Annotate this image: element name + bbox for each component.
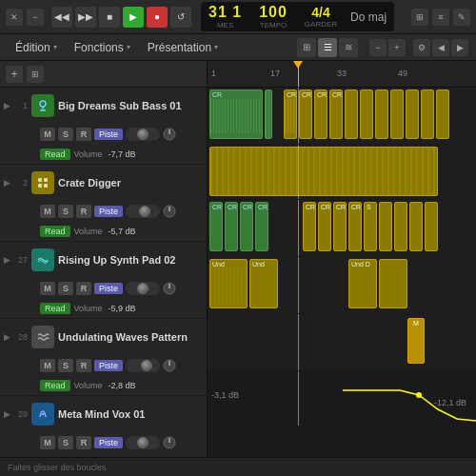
clip-1-11[interactable] [406,89,419,139]
clip-27-8[interactable]: CR [348,202,362,251]
waveform-view-btn[interactable]: ≋ [339,38,358,57]
track-mute-29[interactable]: M [40,436,55,449]
clip-1-8[interactable] [360,89,373,139]
clip-27-4[interactable]: CR [255,202,268,251]
clip-28-4[interactable] [379,259,407,308]
arrow-right-btn[interactable]: ▶ [451,39,468,56]
track-record-2[interactable]: R [76,205,91,218]
track-expand-1[interactable]: ▶ [4,101,10,110]
menu-presentation[interactable]: Présentation ▾ [140,38,226,57]
clip-27-7[interactable]: CR [333,202,347,251]
clip-27-13[interactable] [425,202,438,251]
track-volume-knob-28[interactable] [126,359,160,372]
track-volume-knob-1[interactable] [126,128,160,141]
arrangement[interactable]: 1 17 33 49 CR [208,61,476,457]
track-piste-27[interactable]: Piste [94,283,123,294]
track-lane-29[interactable]: M [208,314,476,371]
track-lane-30[interactable]: -3,1 dB -12,1 dB [208,371,476,426]
track-volume-knob-29[interactable] [126,436,160,449]
track-solo-28[interactable]: S [58,359,73,372]
track-volume-knob-2[interactable] [126,205,160,218]
track-lane-1[interactable]: CR CR CR CR CR [208,88,476,145]
track-read-28[interactable]: Read [40,380,70,391]
clip-1-5[interactable]: CR [314,89,327,139]
zoom-in-btn[interactable]: + [388,39,406,56]
track-lane-27[interactable]: CR CR CR CR CR CR CR [208,200,476,257]
clip-27-10[interactable] [379,202,392,251]
track-expand-29[interactable]: ▶ [4,409,10,419]
playhead-lane-2 [298,145,299,199]
loop-button[interactable]: ↺ [170,7,191,28]
menu-edition[interactable]: Édition ▾ [8,38,65,57]
track-solo-29[interactable]: S [58,436,73,449]
track-options-btn[interactable]: ⊞ [27,66,44,83]
track-read-2[interactable]: Read [40,226,70,237]
close-btn[interactable]: ✕ [6,9,23,26]
clip-1-6[interactable]: CR [329,89,343,139]
clip-28-3[interactable]: Und D [348,259,377,308]
settings-btn[interactable]: ⚙ [413,39,430,56]
zoom-out-btn[interactable]: − [369,39,387,56]
track-volume-knob-27[interactable] [126,282,160,295]
track-mute-2[interactable]: M [40,205,55,218]
midi-btn[interactable]: ⊞ [411,9,428,26]
clip-27-5[interactable]: CR [303,202,316,251]
clip-1-13[interactable] [436,89,449,139]
clip-1-3[interactable]: CR [284,89,297,139]
track-solo-27[interactable]: S [58,282,73,295]
list-view-btn[interactable]: ☰ [318,38,337,57]
play-button[interactable]: ▶ [123,7,144,28]
track-read-1[interactable]: Read [40,149,70,160]
clip-27-2[interactable]: CR [225,202,238,251]
track-add-button[interactable]: + [6,66,23,83]
clip-28-1[interactable]: Und [209,259,248,308]
track-piste-1[interactable]: Piste [94,129,123,140]
track-read-27[interactable]: Read [40,303,70,314]
track-record-1[interactable]: R [76,128,91,141]
position-label: MES [217,21,233,30]
clip-27-6[interactable]: CR [318,202,331,251]
track-mute-27[interactable]: M [40,282,55,295]
clip-27-1[interactable]: CR [209,202,223,251]
track-expand-27[interactable]: ▶ [4,255,10,265]
rewind-button[interactable]: ◀◀ [51,7,72,28]
track-expand-2[interactable]: ▶ [4,178,10,188]
track-piste-28[interactable]: Piste [94,360,123,371]
clip-1-2[interactable] [265,89,272,139]
clip-27-12[interactable] [409,202,423,251]
clip-1-10[interactable] [390,89,404,139]
track-expand-28[interactable]: ▶ [4,332,10,342]
mixer-btn[interactable]: ≡ [432,9,449,26]
clip-27-3[interactable]: CR [240,202,253,251]
record-button[interactable]: ● [147,7,168,28]
track-solo-2[interactable]: S [58,205,73,218]
minimize-btn[interactable]: − [27,9,44,26]
track-lane-28[interactable]: Und Und Und D [208,257,476,314]
stop-button[interactable]: ■ [99,7,120,28]
track-piste-29[interactable]: Piste [94,437,123,448]
clip-1-9[interactable] [375,89,388,139]
fastforward-button[interactable]: ▶▶ [75,7,96,28]
track-piste-2[interactable]: Piste [94,206,123,217]
track-record-29[interactable]: R [76,436,91,449]
arrow-left-btn[interactable]: ◀ [432,39,449,56]
clip-2-1[interactable] [209,147,438,196]
track-record-27[interactable]: R [76,282,91,295]
clip-1-4[interactable]: CR [299,89,312,139]
clip-27-9[interactable]: S [364,202,377,251]
menu-fonctions[interactable]: Fonctions ▾ [67,38,138,57]
track-solo-1[interactable]: S [58,128,73,141]
track-record-28[interactable]: R [76,359,91,372]
clip-1-1[interactable]: CR [209,89,263,139]
track-name-2: Crate Digger [58,177,203,188]
clip-28-2[interactable]: Und [249,259,278,308]
clip-1-7[interactable] [345,89,358,139]
editor-btn[interactable]: ✎ [453,9,470,26]
track-mute-28[interactable]: M [40,359,55,372]
track-mute-1[interactable]: M [40,128,55,141]
grid-view-btn[interactable]: ⊞ [297,38,316,57]
clip-29-1[interactable]: M [407,318,425,364]
clip-1-12[interactable] [421,89,434,139]
clip-27-11[interactable] [394,202,407,251]
track-lane-2[interactable] [208,145,476,200]
